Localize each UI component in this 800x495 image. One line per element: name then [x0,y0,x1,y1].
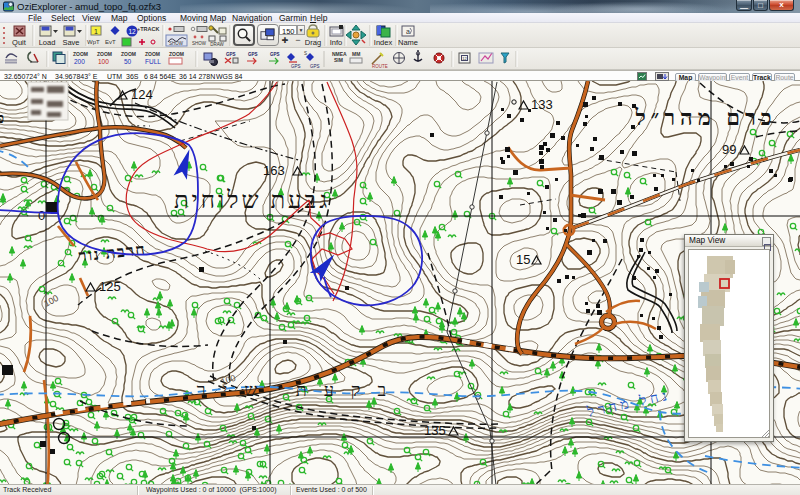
svg-text:ROUTE: ROUTE [372,64,388,69]
svg-text:EvT: EvT [105,39,116,45]
svg-text:נחל מהרל: נחל מהרל [585,387,672,419]
svg-text:Drag: Drag [305,38,321,47]
svg-text:+TRACK: +TRACK [137,26,159,32]
svg-text:100: 100 [42,293,60,309]
svg-text:163: 163 [263,163,285,178]
svg-text:100: 100 [98,58,109,65]
svg-text:WpT: WpT [87,39,100,45]
svg-text:99: 99 [722,142,736,157]
svg-text:S: S [304,51,307,56]
svg-text:ZOOM: ZOOM [121,51,136,57]
svg-text:50: 50 [124,58,132,65]
svg-text:Save: Save [62,38,79,47]
svg-text:כרם מהר״ל: כרם מהר״ל [635,105,777,130]
svg-text:GPS: GPS [291,64,301,69]
svg-text:124: 124 [131,87,153,102]
svg-text:133: 133 [531,97,553,112]
svg-text:MM: MM [352,51,360,57]
svg-text:Index: Index [374,38,393,47]
svg-text:פת: פת [0,111,4,126]
svg-text:ZOOM: ZOOM [169,51,184,57]
svg-text:Info: Info [330,38,343,47]
svg-text:SHOW: SHOW [192,41,207,46]
svg-text:DRAW: DRAW [210,42,224,47]
svg-text:GPS: GPS [248,52,258,57]
svg-text:125: 125 [99,279,121,294]
svg-text:בקעת שיר: בקעת שיר [197,380,403,400]
svg-text:15: 15 [516,252,530,267]
svg-text:12: 12 [462,56,467,61]
svg-text:ZOOM: ZOOM [73,51,88,57]
svg-text:GPS: GPS [226,52,236,57]
svg-text:GPS: GPS [270,52,280,57]
svg-text:12: 12 [128,28,136,35]
svg-text:FULL: FULL [145,58,161,65]
svg-text:200: 200 [74,58,85,65]
svg-text:SHOW: SHOW [169,41,184,46]
svg-text:a: a [406,28,410,35]
svg-text:0: 0 [38,208,45,223]
svg-text:ZOOM: ZOOM [97,51,112,57]
svg-text:Name: Name [398,38,418,47]
svg-text:1: 1 [94,28,98,35]
svg-text:Quit: Quit [12,38,27,47]
svg-text:ZOOM: ZOOM [145,51,160,57]
svg-text:135: 135 [424,423,446,438]
svg-text:GPS: GPS [310,64,320,69]
svg-text:Load: Load [39,38,56,47]
svg-text:SIM: SIM [334,57,343,63]
